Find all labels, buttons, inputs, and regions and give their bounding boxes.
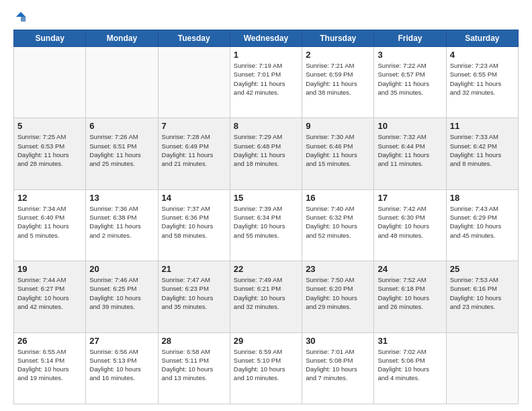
day-info: Sunrise: 7:32 AM Sunset: 6:44 PM Dayligh… — [378, 132, 442, 168]
calendar-cell: 3Sunrise: 7:22 AM Sunset: 6:57 PM Daylig… — [374, 47, 446, 118]
day-info: Sunrise: 7:43 AM Sunset: 6:29 PM Dayligh… — [450, 204, 515, 240]
dow-header-monday: Monday — [86, 30, 158, 47]
calendar-cell: 26Sunrise: 6:55 AM Sunset: 5:14 PM Dayli… — [14, 332, 86, 404]
day-number: 22 — [234, 264, 298, 274]
day-number: 13 — [89, 193, 154, 203]
day-number: 23 — [306, 264, 370, 274]
day-info: Sunrise: 7:34 AM Sunset: 6:40 PM Dayligh… — [17, 204, 82, 240]
day-number: 15 — [234, 193, 298, 203]
calendar-cell: 28Sunrise: 6:58 AM Sunset: 5:11 PM Dayli… — [158, 332, 230, 404]
day-info: Sunrise: 7:52 AM Sunset: 6:18 PM Dayligh… — [378, 275, 442, 311]
day-number: 3 — [378, 50, 442, 60]
day-number: 21 — [162, 264, 226, 274]
day-info: Sunrise: 7:39 AM Sunset: 6:34 PM Dayligh… — [234, 204, 298, 240]
day-info: Sunrise: 7:50 AM Sunset: 6:20 PM Dayligh… — [306, 275, 370, 311]
day-info: Sunrise: 7:01 AM Sunset: 5:08 PM Dayligh… — [306, 347, 370, 383]
calendar-cell: 15Sunrise: 7:39 AM Sunset: 6:34 PM Dayli… — [230, 189, 302, 261]
calendar-cell: 1Sunrise: 7:19 AM Sunset: 7:01 PM Daylig… — [230, 47, 302, 118]
calendar-cell: 7Sunrise: 7:28 AM Sunset: 6:49 PM Daylig… — [158, 118, 230, 189]
day-number: 6 — [89, 121, 154, 131]
day-number: 1 — [234, 50, 298, 60]
day-info: Sunrise: 7:42 AM Sunset: 6:30 PM Dayligh… — [378, 204, 442, 240]
day-info: Sunrise: 7:46 AM Sunset: 6:25 PM Dayligh… — [89, 275, 154, 311]
day-number: 30 — [306, 336, 370, 346]
day-info: Sunrise: 7:22 AM Sunset: 6:57 PM Dayligh… — [378, 61, 442, 97]
calendar-cell: 30Sunrise: 7:01 AM Sunset: 5:08 PM Dayli… — [302, 332, 374, 404]
day-info: Sunrise: 7:40 AM Sunset: 6:32 PM Dayligh… — [306, 204, 370, 240]
day-number: 11 — [450, 121, 515, 131]
day-info: Sunrise: 7:53 AM Sunset: 6:16 PM Dayligh… — [450, 275, 515, 311]
day-number: 27 — [89, 336, 154, 346]
calendar-cell: 11Sunrise: 7:33 AM Sunset: 6:42 PM Dayli… — [446, 118, 518, 189]
calendar-cell: 10Sunrise: 7:32 AM Sunset: 6:44 PM Dayli… — [374, 118, 446, 189]
day-number: 14 — [162, 193, 226, 203]
day-info: Sunrise: 7:26 AM Sunset: 6:51 PM Dayligh… — [89, 132, 154, 168]
day-number: 20 — [89, 264, 154, 274]
calendar-cell: 27Sunrise: 6:56 AM Sunset: 5:13 PM Dayli… — [86, 332, 158, 404]
day-number: 28 — [162, 336, 226, 346]
day-number: 16 — [306, 193, 370, 203]
calendar-cell: 21Sunrise: 7:47 AM Sunset: 6:23 PM Dayli… — [158, 261, 230, 332]
svg-marker-0 — [16, 12, 26, 17]
day-number: 31 — [378, 336, 442, 346]
calendar-cell: 6Sunrise: 7:26 AM Sunset: 6:51 PM Daylig… — [86, 118, 158, 189]
calendar-cell: 22Sunrise: 7:49 AM Sunset: 6:21 PM Dayli… — [230, 261, 302, 332]
dow-header-friday: Friday — [374, 30, 446, 47]
day-info: Sunrise: 6:55 AM Sunset: 5:14 PM Dayligh… — [17, 347, 82, 383]
header — [13, 11, 519, 23]
calendar-cell: 4Sunrise: 7:23 AM Sunset: 6:55 PM Daylig… — [446, 47, 518, 118]
calendar-cell: 12Sunrise: 7:34 AM Sunset: 6:40 PM Dayli… — [14, 189, 86, 261]
calendar-cell: 16Sunrise: 7:40 AM Sunset: 6:32 PM Dayli… — [302, 189, 374, 261]
day-info: Sunrise: 7:02 AM Sunset: 5:06 PM Dayligh… — [378, 347, 442, 383]
dow-header-wednesday: Wednesday — [230, 30, 302, 47]
calendar-table: SundayMondayTuesdayWednesdayThursdayFrid… — [13, 30, 519, 404]
calendar-cell: 25Sunrise: 7:53 AM Sunset: 6:16 PM Dayli… — [446, 261, 518, 332]
calendar-cell: 5Sunrise: 7:25 AM Sunset: 6:53 PM Daylig… — [14, 118, 86, 189]
dow-header-sunday: Sunday — [14, 30, 86, 47]
day-info: Sunrise: 7:47 AM Sunset: 6:23 PM Dayligh… — [162, 275, 226, 311]
calendar-cell: 19Sunrise: 7:44 AM Sunset: 6:27 PM Dayli… — [14, 261, 86, 332]
calendar-cell: 20Sunrise: 7:46 AM Sunset: 6:25 PM Dayli… — [86, 261, 158, 332]
calendar-cell: 29Sunrise: 6:59 AM Sunset: 5:10 PM Dayli… — [230, 332, 302, 404]
dow-header-tuesday: Tuesday — [158, 30, 230, 47]
calendar-cell: 23Sunrise: 7:50 AM Sunset: 6:20 PM Dayli… — [302, 261, 374, 332]
calendar-cell — [158, 47, 230, 118]
logo-icon — [15, 11, 27, 23]
dow-header-thursday: Thursday — [302, 30, 374, 47]
day-info: Sunrise: 7:30 AM Sunset: 6:46 PM Dayligh… — [306, 132, 370, 168]
calendar-cell: 14Sunrise: 7:37 AM Sunset: 6:36 PM Dayli… — [158, 189, 230, 261]
day-number: 29 — [234, 336, 298, 346]
day-number: 7 — [162, 121, 226, 131]
day-number: 18 — [450, 193, 515, 203]
day-info: Sunrise: 7:25 AM Sunset: 6:53 PM Dayligh… — [17, 132, 82, 168]
day-info: Sunrise: 6:59 AM Sunset: 5:10 PM Dayligh… — [234, 347, 298, 383]
day-number: 12 — [17, 193, 82, 203]
calendar-cell: 24Sunrise: 7:52 AM Sunset: 6:18 PM Dayli… — [374, 261, 446, 332]
calendar-cell — [14, 47, 86, 118]
day-number: 19 — [17, 264, 82, 274]
logo — [13, 11, 27, 23]
day-info: Sunrise: 7:19 AM Sunset: 7:01 PM Dayligh… — [234, 61, 298, 97]
day-info: Sunrise: 7:23 AM Sunset: 6:55 PM Dayligh… — [450, 61, 515, 97]
day-info: Sunrise: 7:28 AM Sunset: 6:49 PM Dayligh… — [162, 132, 226, 168]
day-info: Sunrise: 7:21 AM Sunset: 6:59 PM Dayligh… — [306, 61, 370, 97]
day-number: 24 — [378, 264, 442, 274]
day-number: 4 — [450, 50, 515, 60]
day-number: 2 — [306, 50, 370, 60]
calendar-cell: 17Sunrise: 7:42 AM Sunset: 6:30 PM Dayli… — [374, 189, 446, 261]
day-info: Sunrise: 7:36 AM Sunset: 6:38 PM Dayligh… — [89, 204, 154, 240]
calendar-cell — [86, 47, 158, 118]
day-number: 8 — [234, 121, 298, 131]
day-number: 26 — [17, 336, 82, 346]
calendar-cell: 31Sunrise: 7:02 AM Sunset: 5:06 PM Dayli… — [374, 332, 446, 404]
day-info: Sunrise: 6:58 AM Sunset: 5:11 PM Dayligh… — [162, 347, 226, 383]
day-info: Sunrise: 6:56 AM Sunset: 5:13 PM Dayligh… — [89, 347, 154, 383]
calendar-cell — [446, 332, 518, 404]
day-info: Sunrise: 7:44 AM Sunset: 6:27 PM Dayligh… — [17, 275, 82, 311]
dow-header-saturday: Saturday — [446, 30, 518, 47]
day-info: Sunrise: 7:29 AM Sunset: 6:48 PM Dayligh… — [234, 132, 298, 168]
calendar-cell: 18Sunrise: 7:43 AM Sunset: 6:29 PM Dayli… — [446, 189, 518, 261]
calendar-cell: 2Sunrise: 7:21 AM Sunset: 6:59 PM Daylig… — [302, 47, 374, 118]
day-number: 10 — [378, 121, 442, 131]
day-info: Sunrise: 7:33 AM Sunset: 6:42 PM Dayligh… — [450, 132, 515, 168]
